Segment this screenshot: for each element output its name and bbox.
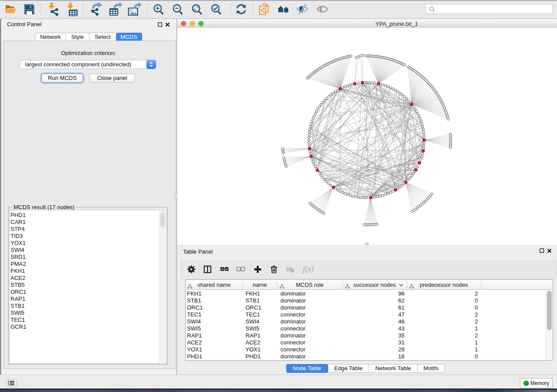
svg-text:f(x): f(x) — [303, 265, 314, 274]
